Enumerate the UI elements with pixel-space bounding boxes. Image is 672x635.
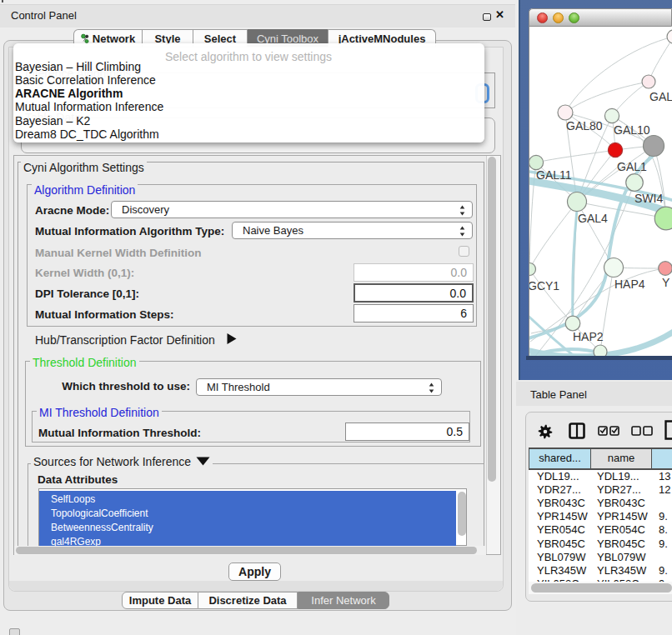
svg-text:GAL4: GAL4	[578, 212, 608, 225]
svg-text:GAL1: GAL1	[617, 160, 647, 173]
svg-text:GAL80: GAL80	[566, 119, 603, 132]
svg-text:SWI4: SWI4	[634, 192, 663, 205]
svg-text:GAL7: GAL7	[649, 90, 672, 103]
svg-text:HAP4: HAP4	[614, 278, 645, 291]
svg-text:Y: Y	[662, 276, 670, 289]
svg-text:GAL11: GAL11	[536, 168, 572, 182]
svg-text:HAP2: HAP2	[573, 330, 604, 343]
svg-text:GAL10: GAL10	[614, 123, 650, 137]
svg-text:GCY1: GCY1	[529, 279, 559, 292]
